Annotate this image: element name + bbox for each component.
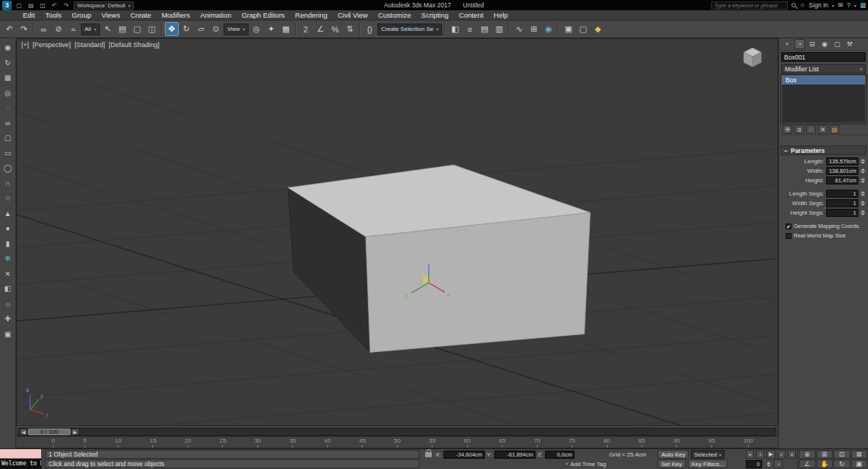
percent-snap-button[interactable]: % (328, 22, 342, 36)
length-spinner[interactable] (859, 159, 866, 164)
go-to-end-button[interactable]: » (788, 450, 796, 459)
parameters-rollout-header[interactable]: − Parameters (780, 146, 867, 155)
menu-help[interactable]: Help (488, 10, 513, 20)
mirror-button[interactable]: ◧ (448, 22, 462, 36)
select-by-name-button[interactable]: ▤ (115, 22, 129, 36)
tab-motion[interactable]: ◉ (819, 39, 830, 49)
width-segs-field[interactable]: 1 (826, 199, 858, 207)
maximize-viewport-icon[interactable]: ▣ (851, 459, 868, 468)
auto-key-button[interactable]: Auto Key (658, 450, 689, 459)
3ds-max-logo-icon[interactable]: 3 (2, 1, 12, 10)
grid-icon[interactable]: ▦ (2, 72, 14, 83)
helper-icon[interactable]: ✚ (2, 313, 14, 324)
viewcube[interactable] (738, 43, 767, 73)
sign-in-button[interactable]: Sign In (809, 1, 828, 9)
zoom-all-icon[interactable]: ⊞ (817, 450, 833, 459)
next-frame-button[interactable]: › (778, 450, 786, 459)
menu-content[interactable]: Content (454, 10, 488, 20)
window-crossing-toggle[interactable]: ◫ (145, 22, 159, 36)
select-object-button[interactable]: ↖ (101, 22, 115, 36)
angle-snap-button[interactable]: ∠ (313, 22, 327, 36)
menu-group[interactable]: Group (67, 10, 96, 20)
menu-graph-editors[interactable]: Graph Editors (236, 10, 290, 20)
rendered-frame-window-button[interactable]: ▢ (576, 22, 590, 36)
add-time-tag-button[interactable]: ◔ Add Time Tag (564, 461, 606, 468)
render-setup-button[interactable]: ▣ (561, 22, 575, 36)
width-segs-spinner[interactable] (859, 201, 866, 206)
help-chevron-icon[interactable]: ▾ (854, 3, 856, 8)
open-file-icon[interactable]: ▤ (26, 1, 35, 10)
menu-civil-view[interactable]: Civil View (332, 10, 373, 20)
pin-stack-button[interactable]: ✜ (783, 125, 792, 134)
height-field[interactable]: 61,47cm (826, 176, 858, 185)
star-icon[interactable]: ☆ (2, 193, 14, 204)
undo-icon[interactable]: ↶ (50, 1, 59, 10)
layer-manager-button[interactable]: ▤ (477, 22, 491, 36)
spinner-snap-button[interactable]: ⇅ (343, 22, 357, 36)
select-and-link-button[interactable]: ∞ (37, 22, 51, 36)
orbit-icon[interactable]: ↻ (833, 459, 850, 468)
schematic-view-button[interactable]: ⊞ (527, 22, 541, 36)
tab-hierarchy[interactable]: ⊟ (807, 39, 817, 49)
menu-modifiers[interactable]: Modifiers (157, 10, 196, 20)
pan-icon[interactable]: ✋ (817, 459, 833, 468)
previous-frame-arrow-icon[interactable]: ◀ (20, 429, 27, 435)
search-input[interactable] (711, 1, 788, 10)
material-editor-button[interactable]: ◉ (541, 22, 555, 36)
go-to-start-button[interactable]: « (746, 450, 754, 459)
frame-spinner[interactable] (765, 462, 772, 467)
search-icon[interactable] (791, 3, 796, 7)
curve-editor-button[interactable]: ∿ (512, 22, 526, 36)
selection-lock-icon[interactable] (425, 452, 432, 457)
link-icon[interactable]: ∞ (2, 118, 14, 129)
generate-mapping-coords-row[interactable]: ✔ Generate Mapping Coords. (779, 221, 868, 231)
menu-views[interactable]: Views (96, 10, 125, 20)
rectangle-icon[interactable]: ▭ (2, 148, 14, 159)
spray-icon[interactable]: ∴ (2, 102, 14, 113)
configure-modifier-sets-button[interactable]: ▤ (830, 125, 839, 134)
tab-utilities[interactable]: ⚒ (844, 39, 855, 49)
real-world-map-size-row[interactable]: Real-World Map Size (779, 231, 868, 240)
play-button[interactable]: ▶ (766, 450, 775, 459)
undo-button[interactable]: ↶ (2, 22, 16, 36)
selection-filter-dropdown[interactable]: All ▾ (81, 24, 100, 35)
width-field[interactable]: 138,801cm (826, 167, 858, 175)
key-mode-dropdown[interactable]: Selected ▾ (691, 450, 724, 459)
next-frame-arrow-icon[interactable]: ▶ (71, 429, 79, 435)
dummy-box-icon[interactable]: ▢ (2, 132, 14, 143)
use-pivot-center-button[interactable]: ◎ (249, 22, 263, 36)
remove-modifier-button[interactable]: ✕ (818, 125, 828, 134)
generate-mapping-coords-checkbox[interactable]: ✔ (786, 223, 791, 229)
teapot-icon[interactable]: ▣ (2, 329, 14, 340)
select-and-move-button[interactable]: ✥ (165, 22, 179, 36)
key-filters-button[interactable]: Key Filters... (688, 459, 728, 468)
align-button[interactable]: ≡ (463, 22, 477, 36)
bind-to-space-warp-button[interactable]: ≈ (66, 22, 80, 36)
app-menu-icon[interactable]: ▦ (860, 1, 866, 9)
current-frame-field[interactable]: 0 (746, 460, 762, 468)
menu-animation[interactable]: Animation (195, 10, 236, 20)
redo-icon[interactable]: ↷ (62, 1, 71, 10)
orbit-icon[interactable]: ↻ (2, 57, 14, 68)
modifier-stack-item-box[interactable]: Box (782, 76, 865, 85)
make-unique-button[interactable]: ∴ (806, 125, 816, 134)
eye-icon[interactable]: ◉ (2, 42, 14, 53)
x-coordinate-field[interactable]: -34,604cm (444, 451, 485, 459)
maxscript-mini-listener[interactable]: Welcome to M (0, 459, 41, 469)
modifier-stack[interactable]: Box (781, 75, 866, 123)
length-segs-spinner[interactable] (859, 191, 866, 196)
y-coordinate-field[interactable]: -61,894cm (494, 451, 536, 459)
sign-in-chevron-icon[interactable]: ▾ (832, 3, 834, 8)
zoom-extents-icon[interactable]: ⊡ (833, 450, 850, 459)
menu-tools[interactable]: Tools (40, 10, 66, 20)
select-and-place-button[interactable]: ⊙ (209, 22, 223, 36)
select-and-scale-button[interactable]: ▱ (194, 22, 208, 36)
menu-customize[interactable]: Customize (373, 10, 416, 20)
workspace-dropdown[interactable]: Workspace: Default ▾ (74, 1, 134, 10)
ellipse-icon[interactable]: ◯ (2, 162, 14, 173)
cone-icon[interactable]: ▲ (2, 208, 14, 219)
sphere-icon[interactable]: ● (2, 223, 14, 234)
menu-create[interactable]: Create (125, 10, 157, 20)
edit-named-selection-sets-button[interactable]: {} (363, 22, 377, 36)
select-and-manipulate-button[interactable]: ✦ (264, 22, 278, 36)
